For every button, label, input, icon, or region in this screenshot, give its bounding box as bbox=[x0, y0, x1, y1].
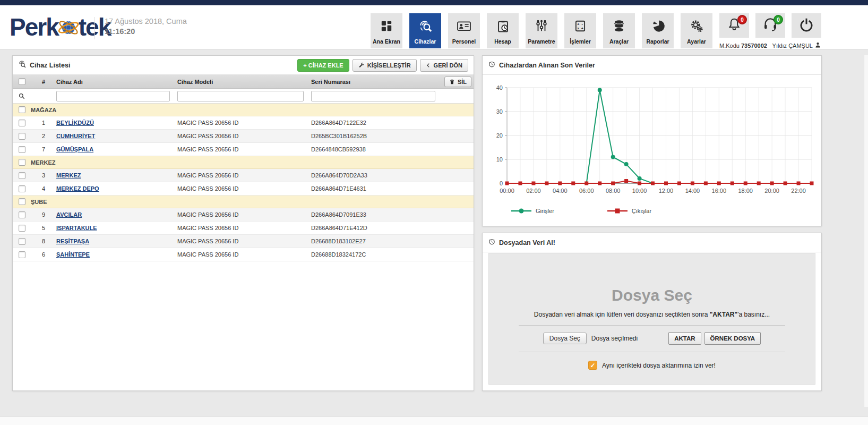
nav-islemler[interactable]: +-×÷İşlemler bbox=[564, 13, 596, 48]
device-model: MAGIC PASS 20656 ID bbox=[177, 211, 311, 218]
main-nav: Ana EkranCihazlarPersonelHesapParametre+… bbox=[371, 13, 712, 48]
row-checkbox[interactable] bbox=[19, 251, 25, 258]
filter-serial-input[interactable] bbox=[311, 91, 435, 101]
device-number: 8 bbox=[31, 238, 56, 244]
filter-name-input[interactable] bbox=[56, 91, 170, 101]
device-model: MAGIC PASS 20656 ID bbox=[177, 251, 311, 258]
nav-hesap[interactable]: Hesap bbox=[487, 13, 519, 48]
user-menu[interactable]: Yıldız ÇAMŞUL bbox=[772, 41, 821, 49]
device-name-link[interactable]: MERKEZ bbox=[56, 172, 81, 178]
row-checkbox[interactable] bbox=[19, 146, 25, 153]
device-row: 3MERKEZMAGIC PASS 20656 IDD266A864D70D2A… bbox=[13, 169, 474, 182]
back-button[interactable]: GERİ DÖN bbox=[420, 59, 468, 72]
filter-model-input[interactable] bbox=[177, 91, 304, 101]
file-import-panel: Dosyadan Veri Al! Dosya Seç Dosyadan ver… bbox=[482, 233, 822, 391]
group-checkbox[interactable] bbox=[19, 106, 25, 113]
row-checkbox[interactable] bbox=[19, 225, 25, 232]
nav-personel[interactable]: Personel bbox=[448, 13, 480, 48]
row-checkbox[interactable] bbox=[19, 185, 25, 192]
clock-icon bbox=[488, 237, 496, 248]
device-model: MAGIC PASS 20656 ID bbox=[177, 225, 311, 231]
power-icon bbox=[798, 16, 814, 35]
device-number: 2 bbox=[31, 133, 56, 139]
device-number: 6 bbox=[31, 251, 56, 258]
current-date: 17 Ağustos 2018, Cuma bbox=[105, 17, 187, 26]
group-row[interactable]: MAĞAZA bbox=[13, 104, 474, 116]
device-serial: D266A864D71E4631 bbox=[311, 185, 443, 192]
app-header: Perk tek 17 Ağustos 2018, Cuma 11:16:20 … bbox=[0, 5, 868, 49]
nav-ana-ekran[interactable]: Ana Ekran bbox=[371, 13, 402, 48]
recent-data-panel: Cihazlardan Alınan Son Veriler 010203040… bbox=[482, 55, 822, 226]
account-cluster: 0 0 M.Kodu73570002 Yıldız ÇAMŞUL bbox=[719, 13, 821, 49]
row-checkbox[interactable] bbox=[19, 238, 25, 245]
nav-label: Araçlar bbox=[609, 38, 629, 45]
row-checkbox[interactable] bbox=[19, 133, 25, 140]
alerts-badge: 0 bbox=[737, 15, 747, 24]
user-name: Yıldız ÇAMŞUL bbox=[772, 42, 813, 49]
logout-button[interactable] bbox=[792, 13, 821, 38]
machine-code-value: 73570002 bbox=[741, 42, 767, 49]
clipclock-icon bbox=[496, 18, 510, 34]
legend-item[interactable]: Çıkışlar bbox=[607, 208, 651, 214]
device-name-link[interactable]: REŞİTPAŞA bbox=[56, 238, 89, 244]
choose-file-button[interactable]: Dosya Seç bbox=[543, 333, 587, 344]
svg-text:12:00: 12:00 bbox=[659, 188, 674, 194]
device-number: 7 bbox=[31, 146, 56, 152]
svg-text:20: 20 bbox=[496, 132, 503, 139]
customize-button[interactable]: KİŞİSELLEŞTİR bbox=[353, 59, 417, 72]
allow-duplicate-checkbox[interactable]: ✓ bbox=[588, 361, 597, 370]
svg-text:08:00: 08:00 bbox=[606, 188, 621, 194]
group-checkbox[interactable] bbox=[19, 159, 25, 166]
device-name-link[interactable]: ŞAHİNTEPE bbox=[56, 251, 90, 258]
delete-button[interactable]: SİL bbox=[444, 76, 471, 87]
legend-item[interactable]: Girişler bbox=[511, 208, 554, 214]
nav-label: Hesap bbox=[494, 38, 511, 45]
group-row[interactable]: MERKEZ bbox=[13, 156, 474, 169]
device-name-link[interactable]: ISPARTAKULE bbox=[56, 225, 97, 231]
col-number: # bbox=[31, 79, 56, 85]
transfer-button[interactable]: AKTAR bbox=[668, 332, 701, 345]
svg-text:14:00: 14:00 bbox=[685, 188, 700, 194]
nav-label: İşlemler bbox=[570, 38, 591, 45]
add-device-button[interactable]: + CİHAZ EKLE bbox=[297, 59, 349, 72]
idcard-icon bbox=[456, 18, 472, 34]
row-checkbox[interactable] bbox=[19, 211, 25, 218]
row-checkbox[interactable] bbox=[19, 120, 25, 126]
support-button[interactable]: 0 bbox=[755, 13, 785, 38]
device-name-link[interactable]: MERKEZ DEPO bbox=[56, 185, 99, 192]
datetime-block: 17 Ağustos 2018, Cuma 11:16:20 bbox=[94, 17, 187, 39]
top-accent-bar bbox=[0, 0, 868, 5]
machine-code: M.Kodu73570002 bbox=[719, 42, 767, 49]
svg-text:16:00: 16:00 bbox=[712, 188, 727, 194]
file-dropzone[interactable]: Dosya Seç Dosyadan veri almak için lütfe… bbox=[488, 253, 815, 385]
device-name-link[interactable]: BEYLİKDÜZÜ bbox=[56, 120, 94, 126]
device-serial: D265BC301B16252B bbox=[311, 133, 443, 139]
device-row: 8REŞİTPAŞAMAGIC PASS 20656 IDD26688D1831… bbox=[13, 235, 474, 248]
nav-raporlar[interactable]: Raporlar bbox=[642, 13, 674, 48]
content-area: Cihaz Listesi + CİHAZ EKLE KİŞİSELLEŞTİR… bbox=[0, 50, 868, 416]
device-number: 1 bbox=[31, 120, 56, 126]
fingerprint-icon bbox=[418, 18, 433, 34]
device-name-link[interactable]: GÜMÜŞPALA bbox=[56, 146, 93, 152]
svg-text:10:00: 10:00 bbox=[632, 188, 647, 194]
database-icon bbox=[612, 18, 626, 34]
device-row: 9AVCILARMAGIC PASS 20656 IDD266A864D7091… bbox=[13, 208, 474, 222]
group-checkbox[interactable] bbox=[19, 198, 25, 205]
device-model: MAGIC PASS 20656 ID bbox=[177, 172, 311, 178]
group-row[interactable]: ŞUBE bbox=[13, 196, 474, 208]
nav-cihazlar[interactable]: Cihazlar bbox=[409, 13, 441, 48]
nav-araclar[interactable]: Araçlar bbox=[603, 13, 635, 48]
svg-text:÷: ÷ bbox=[581, 27, 583, 30]
sample-file-button[interactable]: ÖRNEK DOSYA bbox=[704, 332, 761, 345]
notifications-button[interactable]: 0 bbox=[719, 13, 749, 38]
select-all-checkbox[interactable] bbox=[19, 78, 25, 85]
dropzone-title: Dosya Seç bbox=[489, 286, 815, 304]
row-checkbox[interactable] bbox=[19, 172, 25, 179]
device-number: 5 bbox=[31, 225, 56, 231]
device-name-link[interactable]: CUMHURİYET bbox=[56, 133, 95, 139]
scrollbar-track[interactable] bbox=[864, 55, 868, 407]
nav-ayarlar[interactable]: Ayarlar bbox=[681, 13, 712, 48]
nav-parametre[interactable]: Parametre bbox=[526, 13, 557, 48]
device-table-header: # Cihaz Adı Cihaz Modeli Seri Numarası S… bbox=[13, 75, 474, 89]
device-name-link[interactable]: AVCILAR bbox=[56, 211, 82, 218]
